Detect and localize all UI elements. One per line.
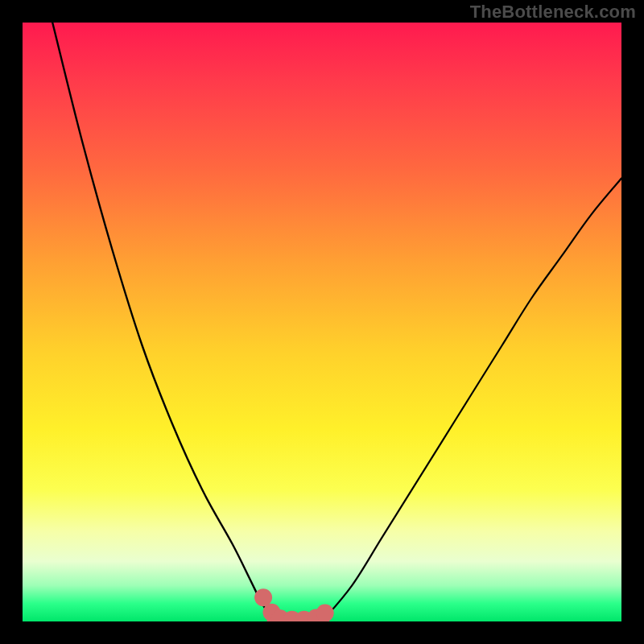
attribution-label: TheBottleneck.com [470, 2, 636, 23]
valley-marker [316, 605, 334, 621]
chart-svg [23, 23, 621, 621]
valley-marker [254, 588, 272, 606]
curve-right-branch [322, 178, 621, 621]
valley-marker-group [254, 588, 334, 621]
outer-frame: TheBottleneck.com [0, 0, 644, 644]
curve-left-branch [52, 23, 274, 621]
plot-area [23, 23, 621, 621]
